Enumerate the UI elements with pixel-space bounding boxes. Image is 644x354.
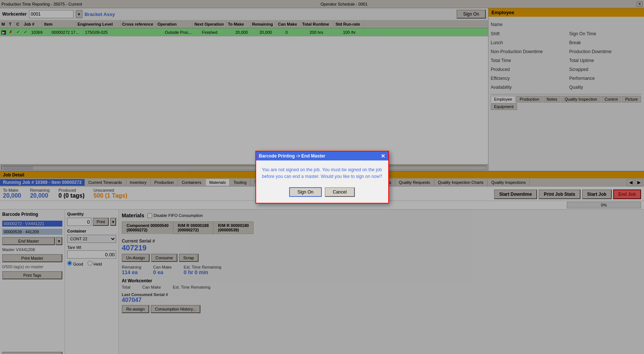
modal-body: You are not signed on the job. You must …	[256, 160, 388, 203]
modal-title: Barcode Printing -> End Master	[259, 153, 326, 159]
modal-message: You are not signed on the job. You must …	[262, 166, 382, 180]
modal-dialog: Barcode Printing -> End Master ✕ You are…	[255, 151, 389, 204]
modal-sign-on-button[interactable]: Sign On	[289, 187, 321, 197]
modal-close-button[interactable]: ✕	[381, 153, 385, 159]
modal-cancel-button[interactable]: Cancel	[325, 187, 355, 197]
modal-overlay: Barcode Printing -> End Master ✕ You are…	[0, 0, 644, 354]
modal-buttons: Sign On Cancel	[262, 187, 382, 197]
modal-title-bar: Barcode Printing -> End Master ✕	[256, 152, 388, 160]
